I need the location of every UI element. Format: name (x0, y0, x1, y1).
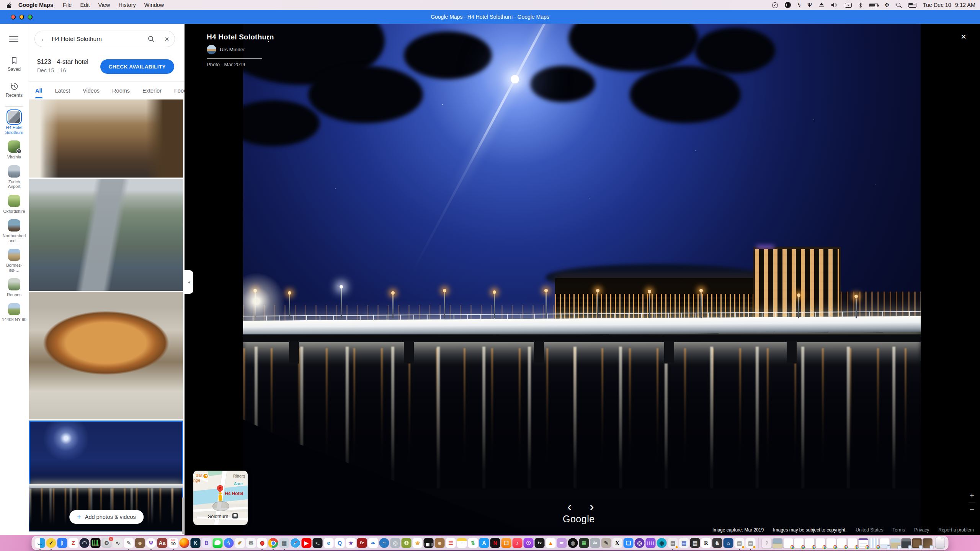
window-chrome-4[interactable] (816, 538, 825, 548)
panel-scrollbar[interactable] (182, 497, 184, 534)
main-photo-night-bridge[interactable] (243, 24, 921, 535)
dock-disc-burner[interactable]: ◎ (390, 538, 400, 548)
dock-calendar[interactable]: DEC 10 (168, 538, 178, 548)
photo-thumb-burger[interactable] (29, 292, 183, 419)
dock-gimp[interactable]: ✎ (601, 538, 611, 548)
dock-voice-memos[interactable]: |||| (646, 538, 656, 548)
tab-exterior[interactable]: Exterior (142, 82, 162, 99)
window-document[interactable] (880, 538, 890, 548)
dock-netflix[interactable]: N (490, 538, 500, 548)
dock-messenger[interactable]: ϟ (224, 538, 234, 548)
recents-button[interactable]: Recents (0, 82, 28, 98)
dock-writing-app[interactable]: ✒ (557, 538, 567, 548)
usb-status-icon[interactable]: Ψ (807, 0, 812, 10)
dock-contacts[interactable]: ☻ (435, 538, 445, 548)
footer-privacy[interactable]: Privacy (914, 527, 929, 533)
check-availability-button[interactable]: CHECK AVAILABILITY (100, 59, 174, 74)
window-beach-photo[interactable] (891, 538, 900, 548)
dock-podcasts[interactable]: ☉ (524, 538, 534, 548)
dock-bluetooth[interactable]: ᛒ (57, 538, 67, 548)
dock-profile-app[interactable]: ☻ (135, 538, 145, 548)
add-photos-videos-button[interactable]: + Add photos & videos (69, 510, 144, 524)
rail-place-northumberland[interactable]: Northumberland… (1, 219, 28, 243)
clear-search-icon[interactable]: × (158, 34, 169, 44)
dock-books[interactable]: ❏ (501, 538, 511, 548)
photo-author[interactable]: Urs Minder (220, 47, 245, 52)
minimap-pegman[interactable] (218, 492, 222, 501)
fan-status-icon[interactable]: ✣ (885, 0, 889, 10)
input-source-status-icon[interactable]: x (845, 0, 852, 10)
author-avatar[interactable] (207, 45, 216, 54)
volume-status-icon[interactable] (831, 0, 838, 10)
dock-reminders[interactable]: ☰ (446, 538, 456, 548)
rail-place-oxfordshire[interactable]: Oxfordshire (1, 195, 28, 214)
dock-youtube[interactable]: ▶ (302, 538, 312, 548)
dock-media-converter[interactable]: ❂ (402, 538, 412, 548)
dock-openoffice[interactable]: ~ (379, 538, 389, 548)
dock-chrome[interactable] (268, 538, 278, 548)
trash-icon[interactable] (935, 538, 945, 549)
dock-audio-meter[interactable] (91, 538, 101, 548)
dock-system-settings[interactable]: ⚙ 1 (102, 538, 112, 548)
dock-screenshot[interactable]: ▦ (279, 538, 289, 548)
apple-icon[interactable] (7, 2, 12, 8)
dock-bbedit[interactable]: B (202, 538, 212, 548)
dock-filezilla[interactable]: Fz (357, 538, 367, 548)
tab-rooms[interactable]: Rooms (112, 82, 130, 99)
dock-vlc[interactable]: ▲ (546, 538, 556, 548)
dock-r-app[interactable]: R (701, 538, 711, 548)
dock-speedtest[interactable]: ◠ (80, 538, 90, 548)
dock-piano[interactable] (424, 538, 434, 548)
dock-fax-printer-2[interactable]: ▤ (746, 538, 756, 548)
minimap[interactable]: Bar nge Ritterq Aare H4 Hotel Solothurn (193, 471, 248, 525)
dock-font-book[interactable]: Aa (590, 538, 600, 548)
dock-firefox[interactable] (180, 538, 189, 548)
dock-terminal[interactable]: >_ (313, 538, 323, 548)
previous-photo-icon[interactable]: ‹ (567, 500, 572, 513)
menu-view[interactable]: View (94, 2, 114, 8)
dock-inkjet-printer[interactable]: ▤ (690, 538, 700, 548)
dock-google-maps[interactable] (257, 538, 267, 548)
dock-edge[interactable]: e (324, 538, 334, 548)
window-chrome-5[interactable] (826, 538, 836, 548)
dock-quill-app[interactable]: ❧ (368, 538, 378, 548)
dock-notes[interactable]: ≡ (457, 538, 467, 548)
window-art-photo[interactable] (923, 538, 933, 548)
dock-usb-utility[interactable]: Ψ (146, 538, 156, 548)
battery-status-icon[interactable] (869, 0, 878, 10)
spotlight-search-icon[interactable] (896, 0, 902, 10)
rail-place-virginia[interactable]: 2 Virginia (1, 140, 28, 160)
window-ghost[interactable]: ? (762, 538, 772, 548)
control-center-icon[interactable] (908, 0, 916, 10)
footer-united-states[interactable]: United States (856, 527, 883, 533)
tab-latest[interactable]: Latest (55, 82, 70, 99)
sync-check-status-icon[interactable]: ✓ (772, 0, 778, 10)
window-spreadsheet[interactable] (859, 538, 868, 548)
eject-status-icon[interactable] (819, 0, 824, 10)
footer-terms[interactable]: Terms (892, 527, 905, 533)
menu-edit[interactable]: Edit (76, 2, 94, 8)
menu-window[interactable]: Window (140, 2, 168, 8)
window-chrome-3[interactable] (805, 538, 815, 548)
window-grid[interactable] (869, 538, 879, 548)
dock-zoom[interactable]: ❑ (624, 538, 634, 548)
close-viewer-icon[interactable]: × (961, 31, 966, 42)
rail-place-bormes-les[interactable]: Bormes-les-… (1, 249, 28, 272)
hamburger-menu-icon[interactable] (9, 35, 19, 43)
dock-printer-center[interactable]: ▤ (668, 538, 678, 548)
menu-file[interactable]: File (59, 2, 76, 8)
dock-music[interactable]: ♪ (513, 538, 523, 548)
dock-retro-terminal[interactable]: ≣ (579, 538, 589, 548)
window-people-photo[interactable] (902, 538, 911, 548)
next-photo-icon[interactable]: › (590, 500, 594, 513)
dock-apple-tv[interactable]: tv (535, 538, 545, 548)
window-chrome-7[interactable] (848, 538, 858, 548)
collapse-panel-icon[interactable]: ◂ (185, 270, 193, 294)
photo-thumb-hotel-room[interactable] (29, 99, 183, 178)
dock-textedit[interactable]: ✎ (124, 538, 134, 548)
menu-history[interactable]: History (114, 2, 140, 8)
dock-finder[interactable] (35, 538, 45, 548)
photo-thumb-river-aerial[interactable] (29, 179, 183, 291)
dock-home-app[interactable]: ⌂ (724, 538, 733, 548)
tab-food[interactable]: Food (174, 82, 185, 99)
